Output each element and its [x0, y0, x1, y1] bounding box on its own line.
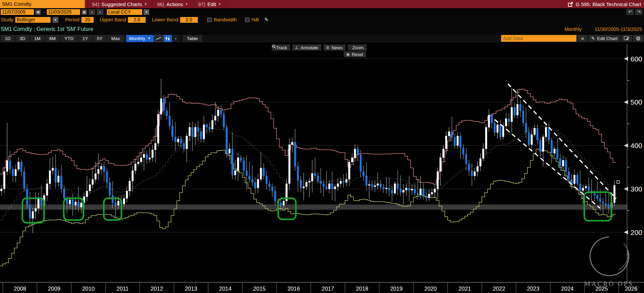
chevron-down-icon: ▼ [185, 2, 188, 6]
date-from-input[interactable]: 11/07/2005 [1, 9, 34, 15]
gear-icon[interactable]: ⚙ [633, 35, 643, 42]
currency-select[interactable]: Local CCY [107, 9, 142, 15]
x-year-label: 2018 [356, 286, 368, 292]
external-link-icon[interactable] [568, 2, 573, 7]
bloomberg-terminal-window: SM1 Comdty 94)Suggested Charts▼96)Action… [0, 0, 644, 293]
chart-annotation-settings-icon[interactable] [621, 35, 632, 42]
pctb-label: %B [251, 17, 259, 22]
x-year-label: 2024 [561, 286, 574, 292]
ticker-input[interactable]: SM1 Comdty [0, 0, 85, 8]
date-range-row: 11/07/2005 ▦ - 11/03/2025 ▦ ‹ › Local CC… [0, 8, 644, 16]
chevron-down-icon: ▼ [218, 2, 221, 6]
dashed-trendline[interactable] [508, 84, 616, 199]
x-year-label: 2021 [458, 286, 471, 292]
step-back-button[interactable]: ‹ [89, 9, 95, 15]
x-year-label: 2010 [82, 286, 95, 292]
range-tab-max[interactable]: Max [107, 35, 124, 42]
last-price-marker [617, 181, 620, 183]
undo-button[interactable]: ↶ [626, 9, 634, 15]
range-tab-5y[interactable]: 5Y [93, 35, 107, 42]
study-label: Study [1, 17, 13, 22]
news-icon: ≣ [326, 45, 329, 50]
bandwidth-label: Bandwidth [214, 17, 237, 22]
study-settings-row: Study Bollinger ▾ Period 20 Upper Band 2… [0, 16, 644, 23]
period-label: Period [65, 17, 79, 22]
x-year-label: 2012 [151, 286, 163, 292]
support-zone-band [0, 204, 627, 209]
window-title-text: G 595: Black Technical Chart [576, 1, 641, 7]
security-title-row: SM1 Comdty : Generic 1st 'SM' Future Mon… [0, 23, 644, 35]
y-tick-label: 200 [630, 228, 642, 236]
reset-icon: ◉ [346, 52, 349, 57]
chart-overlay-buttons: Track∠Annotate≣NewsZoom [272, 44, 367, 51]
chart-canvas[interactable]: 6005004003002002008200920102011201220132… [0, 42, 644, 293]
logo-text: MACRO OPS [584, 280, 633, 287]
lower-band-input[interactable]: 2.0 [180, 17, 198, 23]
frequency-dropdown[interactable]: Monthly▼ [126, 35, 154, 42]
range-tab-6m[interactable]: 6M [45, 35, 60, 42]
reset-zoom-button[interactable]: ◉ Reset [344, 51, 366, 57]
trendlines-layer [495, 84, 616, 208]
y-tick-label: 500 [630, 98, 642, 106]
annotate-button[interactable]: ∠Annotate [292, 44, 321, 51]
study-select[interactable]: Bollinger [15, 17, 51, 23]
menu-number: 94) [92, 1, 99, 7]
menu-edit[interactable]: 97)Edit▼ [193, 0, 226, 8]
collapse-panel-button[interactable]: « [577, 35, 587, 42]
chevron-down-icon[interactable]: ▾ [53, 17, 58, 23]
x-year-label: 2009 [48, 286, 60, 292]
line-chart-type-button[interactable] [154, 35, 163, 42]
redo-button[interactable]: ↷ [635, 9, 643, 15]
x-year-label: 2023 [527, 286, 539, 292]
range-tab-ytd[interactable]: YTD [60, 35, 78, 42]
bandwidth-checkbox[interactable] [207, 18, 212, 22]
menu-label: Edit [207, 1, 216, 7]
candle-chart-type-button[interactable] [164, 35, 172, 42]
top-menu-bar: SM1 Comdty 94)Suggested Charts▼96)Action… [0, 0, 644, 8]
candles-layer [1, 79, 620, 233]
range-tab-1d[interactable]: 1D [1, 35, 15, 42]
window-title: G 595: Black Technical Chart [568, 0, 644, 8]
security-name: SM1 Comdty : Generic 1st 'SM' Future [1, 26, 93, 32]
upper-band-label: Upper Band [100, 17, 126, 22]
menu-label: Actions [166, 1, 183, 7]
chart-type-more-dropdown[interactable]: ▾ [173, 35, 179, 42]
menu-label: Suggested Charts [101, 1, 142, 7]
period-input[interactable]: 20 [81, 17, 94, 23]
add-data-input[interactable]: Add Data [501, 35, 576, 42]
zoom-button[interactable]: Zoom [348, 44, 366, 51]
x-year-label: 2014 [219, 286, 231, 292]
chart-range-label: 11/30/2005-11/3/2025 [594, 26, 642, 32]
chart-frequency-label: Monthly [564, 26, 582, 32]
date-to-input[interactable]: 11/03/2025 [47, 9, 80, 15]
chart-toolbar: 1D3D1M6MYTD1Y5YMax Monthly▼ ▾ Table Add … [0, 35, 644, 42]
x-year-label: 2017 [322, 286, 334, 292]
date-separator: - [42, 10, 45, 15]
chevron-down-icon[interactable]: ▾ [144, 9, 149, 15]
menu-suggested-charts[interactable]: 94)Suggested Charts▼ [87, 0, 152, 8]
edit-chart-button[interactable]: ✎ Edit Chart [588, 35, 620, 42]
x-year-label: 2013 [185, 286, 197, 292]
edit-study-pencil-icon[interactable]: ✎ [264, 17, 269, 23]
pctb-checkbox[interactable] [245, 18, 249, 22]
range-tab-3d[interactable]: 3D [15, 35, 29, 42]
pencil-icon: ✎ [591, 36, 595, 41]
menu-number: 97) [198, 1, 206, 7]
y-tick-label: 600 [630, 55, 642, 63]
x-year-label: 2022 [493, 286, 505, 292]
support-zone-layer [0, 204, 627, 209]
range-tab-1y[interactable]: 1Y [78, 35, 92, 42]
chevron-down-icon: ▼ [144, 2, 147, 6]
x-year-label: 2011 [117, 286, 129, 292]
menu-actions[interactable]: 96)Actions▼ [152, 0, 193, 8]
table-button[interactable]: Table [183, 35, 202, 42]
annotate-icon: ∠ [295, 45, 299, 50]
upper-band-input[interactable]: 2.0 [128, 17, 146, 23]
calendar-icon[interactable]: ▦ [81, 9, 87, 15]
y-tick-label: 400 [630, 142, 642, 149]
calendar-icon[interactable]: ▦ [35, 9, 41, 15]
step-forward-button[interactable]: › [97, 9, 103, 15]
range-tab-1m[interactable]: 1M [30, 35, 45, 42]
news-button[interactable]: ≣News [324, 44, 346, 51]
lower-band-label: Lower Band [152, 17, 178, 22]
